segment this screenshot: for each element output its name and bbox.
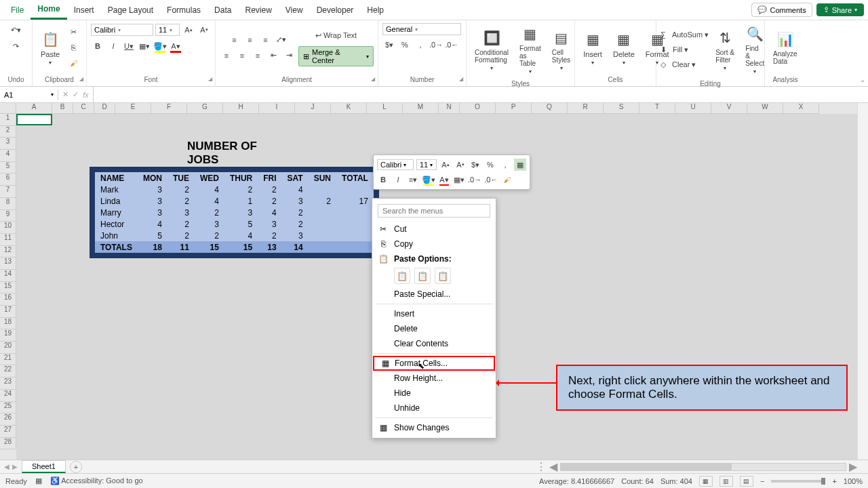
column-header[interactable]: N	[439, 103, 460, 114]
share-button[interactable]: ⇪Share▾	[816, 3, 864, 16]
table-cell[interactable]: 14	[282, 241, 309, 253]
table-cell[interactable]: 1	[224, 195, 258, 207]
number-expand-icon[interactable]: ◢	[459, 76, 463, 82]
table-cell[interactable]: 2	[167, 230, 195, 241]
row-header[interactable]: 26	[0, 413, 16, 426]
table-cell[interactable]: 3	[282, 195, 309, 207]
align-middle-button[interactable]: ≡	[243, 33, 257, 47]
menu-hide[interactable]: Hide	[372, 386, 496, 401]
column-header[interactable]: A	[16, 103, 52, 114]
table-cell[interactable]: 3	[138, 195, 167, 207]
row-header[interactable]: 24	[0, 390, 16, 402]
table-cell[interactable]: TOTALS	[95, 241, 138, 253]
mini-brush[interactable]: 🖌	[500, 174, 513, 186]
column-header[interactable]: V	[711, 103, 747, 114]
row-header[interactable]: 8	[0, 198, 16, 210]
menu-unhide[interactable]: Unhide	[372, 401, 496, 415]
format-table-button[interactable]: ▦Format as Table▾	[515, 23, 545, 76]
mini-format-painter[interactable]: ▦	[514, 159, 526, 171]
underline-button[interactable]: U▾	[122, 39, 136, 53]
tab-file[interactable]: File	[4, 1, 31, 19]
table-cell[interactable]: 2	[167, 184, 195, 195]
table-cell[interactable]: 3	[258, 218, 281, 230]
column-header[interactable]: F	[151, 103, 187, 114]
formula-input[interactable]	[94, 89, 868, 100]
row-header[interactable]: 13	[0, 258, 16, 270]
cancel-formula-icon[interactable]: ✕	[62, 90, 68, 99]
active-cell[interactable]	[16, 114, 52, 125]
menu-row-height[interactable]: Row Height...	[372, 371, 496, 386]
row-header[interactable]: 18	[0, 318, 16, 330]
table-cell[interactable]: 2	[282, 218, 309, 230]
mini-bold[interactable]: B	[377, 174, 389, 186]
table-cell[interactable]: 4	[282, 184, 309, 195]
table-cell[interactable]: John	[95, 230, 138, 241]
mini-increase-font[interactable]: A▴	[439, 159, 452, 171]
table-cell[interactable]	[336, 218, 374, 230]
delete-cells-button[interactable]: ▦Delete▾	[609, 28, 639, 67]
align-center-button[interactable]: ≡	[235, 49, 249, 62]
align-top-button[interactable]: ≡	[228, 33, 241, 47]
autosum-button[interactable]: ∑ AutoSum▾	[660, 28, 709, 41]
table-cell[interactable]: 4	[195, 195, 224, 207]
format-painter-button[interactable]: 🖌	[66, 56, 80, 70]
increase-decimal-button[interactable]: .0→	[429, 38, 443, 52]
column-header[interactable]: H	[223, 103, 259, 114]
undo-button[interactable]: ↶▾	[9, 23, 23, 37]
row-header[interactable]: 25	[0, 402, 16, 414]
row-header[interactable]: 4	[0, 150, 16, 162]
conditional-format-button[interactable]: 🔲Conditional Formatting▾	[471, 27, 513, 73]
table-cell[interactable]: 2	[195, 207, 224, 218]
table-cell[interactable]: 15	[224, 241, 258, 253]
table-cell[interactable]: 2	[282, 207, 309, 218]
italic-button[interactable]: I	[106, 39, 120, 53]
column-header[interactable]: O	[460, 103, 496, 114]
analyze-data-button[interactable]: 📊Analyze Data	[769, 28, 802, 66]
zoom-out-button[interactable]: −	[760, 477, 764, 485]
table-cell[interactable]: 4	[195, 184, 224, 195]
font-size-combo[interactable]: 11▾	[155, 24, 180, 36]
row-header[interactable]: 20	[0, 342, 16, 354]
hscroll-right-icon[interactable]: ▶	[849, 460, 857, 473]
menu-format-cells[interactable]: ▦Format Cells...⬉	[373, 356, 495, 371]
table-cell[interactable]: 17	[336, 195, 374, 207]
tab-data[interactable]: Data	[208, 1, 238, 19]
fill-button[interactable]: ⬇ Fill▾	[660, 43, 688, 56]
paste-option-1[interactable]: 📋	[394, 268, 410, 284]
clipboard-expand-icon[interactable]: ◢	[79, 76, 83, 82]
table-cell[interactable]: Linda	[95, 195, 138, 207]
comma-button[interactable]: ,	[414, 38, 427, 52]
increase-indent-button[interactable]: ⇥	[282, 49, 296, 62]
paste-option-3[interactable]: 📋	[435, 268, 451, 284]
hscroll-left-icon[interactable]: ◀	[549, 460, 557, 473]
row-header[interactable]: 2	[0, 126, 16, 138]
redo-button[interactable]: ↷	[9, 39, 23, 53]
column-header[interactable]: J	[295, 103, 331, 114]
paste-option-2[interactable]: 📋	[414, 268, 431, 284]
add-sheet-button[interactable]: +	[70, 461, 82, 473]
accept-formula-icon[interactable]: ✓	[73, 90, 79, 99]
row-header[interactable]: 14	[0, 270, 16, 282]
table-cell[interactable]: 2	[258, 195, 281, 207]
table-cell[interactable]	[309, 230, 336, 241]
table-cell[interactable]: 15	[195, 241, 224, 253]
table-cell[interactable]: 13	[258, 241, 281, 253]
clear-button[interactable]: ◇ Clear▾	[660, 58, 696, 71]
row-header[interactable]: 10	[0, 222, 16, 234]
row-header[interactable]: 17	[0, 306, 16, 318]
border-button[interactable]: ▦▾	[138, 39, 151, 53]
table-cell[interactable]: 4	[224, 230, 258, 241]
table-cell[interactable]: 18	[138, 241, 167, 253]
table-cell[interactable]: 5	[138, 230, 167, 241]
menu-cut[interactable]: ✂Cut	[372, 222, 496, 237]
table-cell[interactable]	[309, 184, 336, 195]
column-header[interactable]: S	[604, 103, 639, 114]
zoom-level[interactable]: 100%	[844, 477, 863, 485]
column-header[interactable]: I	[259, 103, 295, 114]
table-cell[interactable]: 5	[224, 218, 258, 230]
table-cell[interactable]: Hector	[95, 218, 138, 230]
tab-insert[interactable]: Insert	[67, 1, 101, 19]
select-all-corner[interactable]	[0, 103, 16, 114]
sheet-tab-sheet1[interactable]: Sheet1	[22, 460, 66, 473]
menu-show-changes[interactable]: ▦Show Changes	[372, 420, 496, 435]
